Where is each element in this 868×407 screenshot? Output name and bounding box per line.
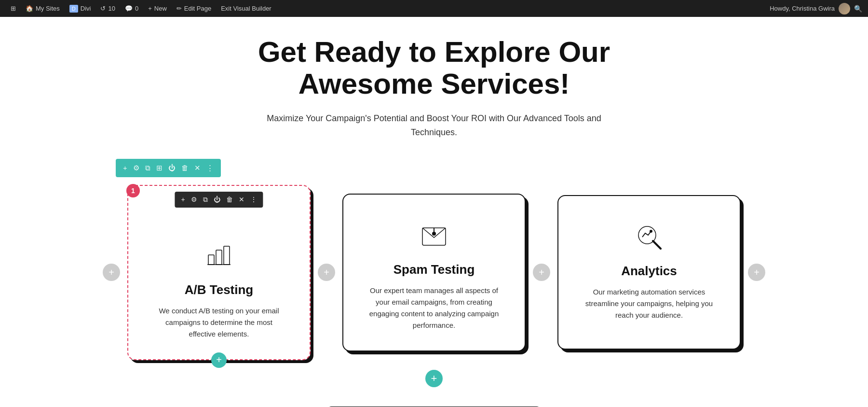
user-greeting: Howdy, Christina Gwira [770, 5, 835, 12]
toolbar-close-icon[interactable]: ✕ [192, 162, 203, 174]
add-module-below-button[interactable]: + [211, 352, 227, 368]
edit-page-button[interactable]: ✏ Edit Page [172, 0, 216, 17]
svg-rect-1 [216, 250, 222, 265]
add-column-left-button[interactable]: + [103, 264, 120, 281]
admin-bar-right: Howdy, Christina Gwira 🔍 [770, 3, 862, 14]
dark-toolbar-more-icon[interactable]: ⋮ [248, 194, 259, 205]
wp-icon: ⊞ [11, 5, 16, 12]
wp-logo[interactable]: ⊞ [6, 0, 21, 17]
ab-testing-svg [204, 241, 233, 270]
exit-visual-builder-button[interactable]: Exit Visual Builder [216, 0, 276, 17]
section-toolbar-teal[interactable]: + ⚙ ⧉ ⊞ ⏻ 🗑 ✕ ⋮ [116, 159, 221, 177]
dark-toolbar-settings-icon[interactable]: ⚙ [189, 194, 200, 205]
analytics-svg [635, 223, 664, 252]
module-toolbar-dark[interactable]: + ⚙ ⧉ ⏻ 🗑 ✕ ⋮ [175, 192, 263, 208]
plus-icon: + [148, 5, 152, 12]
card-spam-testing: Spam Testing Our expert team manages all… [342, 194, 526, 351]
svg-rect-0 [208, 255, 214, 265]
updates-menu[interactable]: ↺ 10 [95, 0, 120, 17]
svg-point-9 [650, 230, 652, 233]
toolbar-duplicate-icon[interactable]: ⧉ [143, 162, 153, 174]
pencil-icon: ✏ [176, 5, 182, 12]
page-content: Get Ready to Explore Our Awesome Service… [0, 17, 868, 407]
dark-toolbar-trash-icon[interactable]: 🗑 [224, 194, 235, 205]
toolbar-more-icon[interactable]: ⋮ [204, 162, 216, 174]
my-sites-menu[interactable]: 🏠 My Sites [21, 0, 65, 17]
hero-title: Get Ready to Explore Our Awesome Service… [217, 36, 651, 100]
toolbar-trash-icon[interactable]: 🗑 [179, 162, 191, 174]
toolbar-grid-icon[interactable]: ⊞ [154, 162, 165, 174]
card-analytics: Analytics Our marketing automation servi… [557, 195, 741, 350]
badge-number: 1 [126, 184, 140, 197]
card-title-analytics: Analytics [621, 264, 677, 279]
card-icon-spam-testing [417, 219, 451, 253]
house-icon: 🏠 [26, 5, 33, 12]
add-row-below-button[interactable]: + [425, 370, 443, 387]
card-icon-ab-testing [202, 239, 236, 273]
cards-row: + 1 + ⚙ ⧉ ⏻ 🗑 ✕ ⋮ + [106, 185, 762, 360]
add-column-between-2-3-button[interactable]: + [533, 264, 550, 281]
dark-toolbar-duplicate-icon[interactable]: ⧉ [201, 194, 210, 205]
svg-line-8 [653, 241, 661, 249]
card-ab-testing: 1 + ⚙ ⧉ ⏻ 🗑 ✕ ⋮ + [127, 185, 311, 360]
toolbar-power-icon[interactable]: ⏻ [166, 162, 178, 174]
card-desc-ab-testing: We conduct A/B testing on your email cam… [151, 305, 286, 340]
svg-rect-2 [224, 246, 230, 265]
add-column-between-1-2-button[interactable]: + [318, 264, 335, 281]
svg-point-5 [432, 232, 436, 236]
card-title-spam-testing: Spam Testing [393, 262, 475, 277]
divi-menu[interactable]: D Divi [65, 0, 96, 17]
card-desc-analytics: Our marketing automation services stream… [582, 286, 717, 321]
avatar[interactable] [839, 3, 850, 14]
dark-toolbar-add-icon[interactable]: + [178, 194, 187, 205]
hero-subtitle: Maximize Your Campaign's Potential and B… [265, 112, 603, 140]
card-icon-analytics [632, 220, 666, 254]
dark-toolbar-close-icon[interactable]: ✕ [236, 194, 247, 205]
card-desc-spam-testing: Our expert team manages all aspects of y… [366, 285, 502, 331]
spam-testing-svg [420, 221, 448, 250]
admin-bar: ⊞ 🏠 My Sites D Divi ↺ 10 💬 0 + New ✏ Edi… [0, 0, 868, 17]
search-icon[interactable]: 🔍 [854, 5, 862, 13]
comment-icon: 💬 [125, 5, 133, 12]
add-column-right-button[interactable]: + [748, 264, 765, 281]
new-button[interactable]: + New [143, 0, 172, 17]
dark-toolbar-power-icon[interactable]: ⏻ [211, 194, 223, 205]
toolbar-settings-icon[interactable]: ⚙ [131, 162, 142, 174]
card-title-ab-testing: A/B Testing [185, 282, 254, 297]
toolbar-add-icon[interactable]: + [121, 162, 130, 174]
divi-icon: D [69, 5, 78, 13]
comments-menu[interactable]: 💬 0 [120, 0, 143, 17]
refresh-icon: ↺ [100, 5, 106, 12]
